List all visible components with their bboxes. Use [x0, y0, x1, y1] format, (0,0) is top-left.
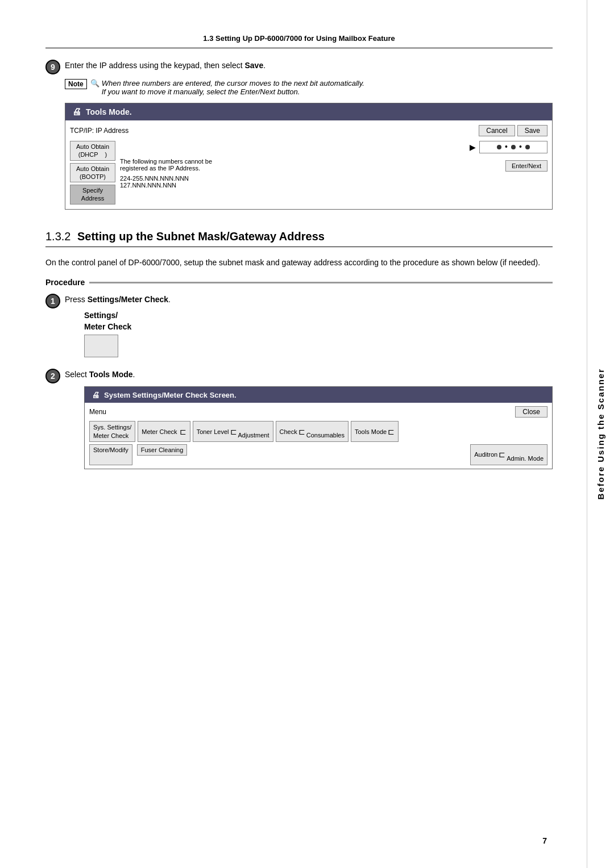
settings-btn-visual	[84, 335, 118, 357]
sys-body: Menu Close Sys. Settings/Meter Check Met…	[85, 403, 552, 468]
ip-dot-1	[497, 145, 501, 149]
step-9-row: 9 Enter the IP address using the keypad,…	[45, 60, 553, 74]
side-tab: Before Using the Scanner	[587, 0, 614, 868]
section-132-heading: 1.3.2 Setting up the Subnet Mask/Gateway…	[45, 230, 553, 247]
save-button[interactable]: Save	[517, 125, 547, 136]
store-modify-btn[interactable]: Store/Modify	[89, 444, 132, 465]
close-button[interactable]: Close	[515, 406, 547, 418]
auto-obtain-bootp-btn[interactable]: Auto Obtain(BOOTP)	[70, 163, 115, 183]
tools-title-text: Tools Mode.	[86, 107, 132, 116]
ip-input-box: ▶ • •	[470, 141, 547, 153]
toner-level-btn[interactable]: Toner Level ⊏Adjustment	[193, 421, 273, 442]
ip-sep-2: •	[519, 143, 522, 152]
section-132-number: 1.3.2	[45, 230, 70, 243]
ip-right-col: ▶ • • Enter/Next	[470, 141, 547, 172]
ip-dot-2	[511, 145, 516, 149]
tools-title-bar: 🖨 Tools Mode.	[65, 103, 552, 120]
settings-btn-display: Settings/ Meter Check	[84, 310, 553, 357]
restriction-text: The following numbers cannot beregistere…	[120, 158, 470, 172]
ip-sep-1: •	[505, 143, 508, 152]
sys-title-bar: 🖨 System Settings/Meter Check Screen.	[85, 387, 552, 403]
note-label: Note	[65, 79, 87, 89]
step-1-text: Press Settings/Meter Check.	[65, 295, 171, 304]
step-2-content: Select Tools Mode. 🖨 System Settings/Met…	[65, 369, 553, 474]
ip-middle-col: The following numbers cannot beregistere…	[120, 141, 470, 189]
settings-btn-label: Settings/ Meter Check	[84, 310, 553, 332]
step-1-content: Press Settings/Meter Check. Settings/ Me…	[65, 294, 553, 362]
check-consumables-btn[interactable]: Check ⊏Consumables	[276, 421, 349, 442]
sys-settings-btn[interactable]: Sys. Settings/Meter Check	[89, 421, 135, 442]
tools-screen-body: TCP/IP: IP Address Cancel Save Auto Obta…	[65, 120, 552, 209]
procedure-line	[89, 282, 553, 283]
page-header: 1.3 Setting Up DP-6000/7000 for Using Ma…	[45, 34, 553, 48]
side-tab-label: Before Using the Scanner	[596, 368, 605, 499]
step-9-text: Enter the IP address using the keypad, t…	[65, 61, 265, 70]
auditron-container: Auditron ⊏Admin. Mode	[470, 444, 547, 465]
step-2-badge: 2	[45, 369, 60, 383]
cancel-button[interactable]: Cancel	[479, 125, 515, 136]
nnn1-text: 224-255.NNN.NNN.NNN	[120, 175, 470, 182]
tools-mode-btn[interactable]: Tools Mode ⊏	[351, 421, 399, 442]
sys-title-text: System Settings/Meter Check Screen.	[104, 391, 237, 399]
procedure-label: Procedure	[45, 278, 553, 287]
ip-left-col: Auto Obtain(DHCP ) Auto Obtain(BOOTP) Sp…	[70, 141, 115, 205]
meter-check-btn[interactable]: Meter Check⊏	[138, 421, 190, 442]
step-9-content: Enter the IP address using the keypad, t…	[65, 60, 553, 72]
fuser-cleaning-container: Fuser Cleaning	[137, 444, 188, 465]
page-number: 7	[542, 836, 547, 845]
fuser-cleaning-btn[interactable]: Fuser Cleaning	[137, 444, 188, 456]
auditron-btn[interactable]: Auditron ⊏Admin. Mode	[470, 444, 547, 465]
sys-title-icon: 🖨	[92, 390, 99, 399]
ip-dots-display: • •	[479, 141, 547, 153]
sys-row-2: Store/Modify Fuser Cleaning Auditron ⊏Ad…	[89, 444, 547, 465]
step-1-badge: 1	[45, 294, 60, 308]
tools-btn-group: Cancel Save	[479, 125, 547, 136]
enter-next-button[interactable]: Enter/Next	[505, 160, 547, 172]
section-132-title: Setting up the Subnet Mask/Gateway Addre…	[77, 230, 325, 243]
tools-mode-screen: 🖨 Tools Mode. TCP/IP: IP Address Cancel …	[65, 103, 553, 210]
sys-toolbar: Menu Close	[89, 406, 547, 418]
note-text: When three numbers are entered, the curs…	[102, 79, 364, 96]
page-header-title: 1.3 Setting Up DP-6000/7000 for Using Ma…	[203, 34, 395, 43]
sys-settings-screen: 🖨 System Settings/Meter Check Screen. Me…	[84, 386, 553, 469]
section-132-body: On the control panel of DP-6000/7000, se…	[45, 256, 553, 269]
tcp-ip-label: TCP/IP: IP Address	[70, 127, 128, 135]
step-9-badge: 9	[45, 60, 60, 74]
menu-label: Menu	[89, 408, 106, 416]
ip-arrow-icon: ▶	[470, 143, 476, 152]
step-1-row: 1 Press Settings/Meter Check. Settings/ …	[45, 294, 553, 362]
ip-options: Auto Obtain(DHCP ) Auto Obtain(BOOTP) Sp…	[70, 141, 547, 205]
ip-dot-3	[525, 145, 530, 149]
nnn2-text: 127.NNN.NNN.NNN	[120, 182, 470, 189]
tools-toolbar: TCP/IP: IP Address Cancel Save	[70, 125, 547, 136]
step-2-row: 2 Select Tools Mode. 🖨 System Settings/M…	[45, 369, 553, 474]
tools-title-icon: 🖨	[72, 107, 81, 117]
specify-address-btn[interactable]: SpecifyAddress	[70, 185, 115, 205]
sys-row-1: Sys. Settings/Meter Check Meter Check⊏ T…	[89, 421, 547, 442]
auto-obtain-dhcp-btn[interactable]: Auto Obtain(DHCP )	[70, 141, 115, 161]
note-box: Note 🔍 When three numbers are entered, t…	[65, 79, 553, 96]
note-icon: 🔍	[90, 79, 99, 87]
step-2-text: Select Tools Mode.	[65, 370, 135, 379]
